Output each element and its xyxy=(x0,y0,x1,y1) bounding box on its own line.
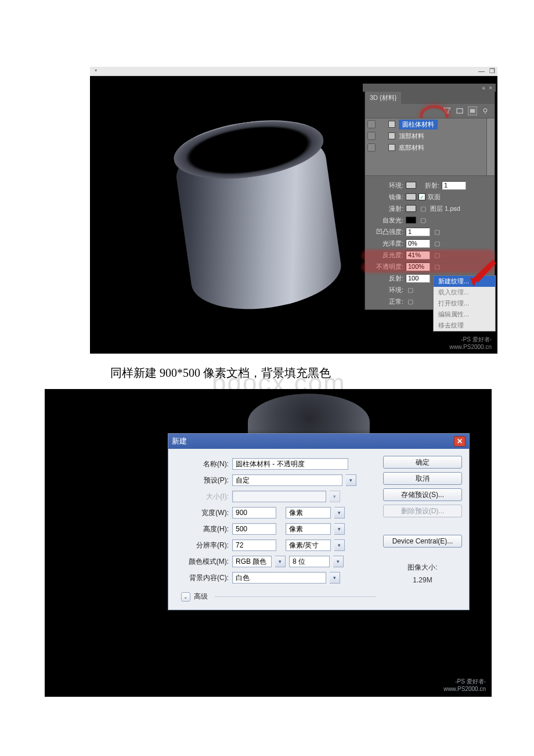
name-input[interactable]: 圆柱体材料 - 不透明度 xyxy=(232,458,348,470)
chevron-down-icon[interactable]: ▾ xyxy=(334,507,345,519)
chevron-down-icon: ▾ xyxy=(330,491,340,502)
visibility-icon[interactable] xyxy=(367,132,376,140)
panel-header-buttons: « × xyxy=(363,84,496,92)
delete-preset-button: 删除预设(D)... xyxy=(383,505,462,517)
chevron-down-icon[interactable]: ▾ xyxy=(334,539,345,551)
material-row-cylinder[interactable]: 圆柱体材料 xyxy=(365,118,495,130)
material-swatch-icon xyxy=(388,132,395,139)
selfillum-swatch[interactable] xyxy=(406,217,416,224)
row-resolution: 分辨率(R): 72 像素/英寸 ▾ xyxy=(175,537,376,553)
texture-menu-icon[interactable]: ▢ xyxy=(406,286,415,294)
screenshot-new-dialog: 新建 ✕ 名称(N): 圆柱体材料 - 不透明度 预设(P): 自定 ▾ 大小(… xyxy=(45,389,492,697)
height-unit-select[interactable]: 像素 xyxy=(286,523,331,535)
menu-open-texture[interactable]: 打开纹理... xyxy=(434,298,495,309)
window-controls: — ❐ xyxy=(478,67,495,75)
color-mode-select[interactable]: RGB 颜色 xyxy=(232,556,272,567)
minimize-button[interactable]: — xyxy=(478,67,485,75)
gloss-input[interactable]: 0% xyxy=(406,239,430,248)
background-select[interactable]: 白色 xyxy=(232,572,326,584)
chevron-down-icon[interactable]: ▾ xyxy=(275,556,286,567)
texture-menu-icon[interactable]: ▢ xyxy=(432,251,442,259)
chevron-down-icon[interactable]: ▾ xyxy=(330,572,340,584)
preset-select[interactable]: 自定 xyxy=(232,474,342,486)
new-document-dialog: 新建 ✕ 名称(N): 圆柱体材料 - 不透明度 预设(P): 自定 ▾ 大小(… xyxy=(168,433,470,610)
height-input[interactable]: 500 xyxy=(232,523,276,535)
texture-menu-icon[interactable]: ▢ xyxy=(418,204,428,213)
chevron-down-icon[interactable]: ▾ xyxy=(346,474,356,486)
filter-scene-icon[interactable] xyxy=(442,106,452,116)
visibility-icon[interactable] xyxy=(367,143,376,152)
watermark: -PS 爱好者- www.PS2000.cn xyxy=(449,336,492,350)
row-name: 名称(N): 圆柱体材料 - 不透明度 xyxy=(175,456,376,472)
texture-menu-icon[interactable]: ▢ xyxy=(432,262,442,271)
filter-material-icon[interactable] xyxy=(468,106,477,116)
opacity-input[interactable]: 100% xyxy=(406,262,430,271)
chevron-down-icon[interactable]: ▾ xyxy=(333,556,344,567)
material-row-top[interactable]: 顶部材料 xyxy=(365,130,495,142)
width-unit-select[interactable]: 像素 xyxy=(286,507,331,519)
row-opacity: 不透明度: 100% ▢ xyxy=(370,261,490,272)
dialog-title: 新建 xyxy=(172,436,187,447)
filter-mesh-icon[interactable] xyxy=(455,106,464,116)
reflectance-input[interactable]: 41% xyxy=(406,251,430,260)
ok-button[interactable]: 确定 xyxy=(383,456,462,469)
dialog-buttons: 确定 取消 存储预设(S)... 删除预设(D)... Device Centr… xyxy=(383,456,462,602)
cancel-button[interactable]: 取消 xyxy=(383,472,462,485)
image-size-info: 图像大小: 1.29M xyxy=(383,563,462,584)
label-height: 高度(H): xyxy=(175,524,229,534)
label-reflection: 反射: xyxy=(370,274,403,283)
scrollbar[interactable] xyxy=(486,118,495,175)
watermark: -PS 爱好者- www.PS2000.cn xyxy=(443,678,486,692)
texture-menu-icon[interactable]: ▢ xyxy=(418,216,428,224)
label-width: 宽度(W): xyxy=(175,508,229,518)
label-mirror: 镜像: xyxy=(370,193,403,201)
label-opacity: 不透明度: xyxy=(370,262,403,271)
menu-edit-props[interactable]: 编辑属性... xyxy=(434,309,495,320)
resolution-unit-select[interactable]: 像素/英寸 xyxy=(286,539,331,551)
row-environment: 环境: 折射: 1 xyxy=(370,179,490,191)
tab-3d-materials[interactable]: 3D {材料} xyxy=(365,92,401,104)
double-sided-checkbox[interactable]: ✓ xyxy=(418,193,425,200)
chevron-down-icon[interactable]: ▾ xyxy=(334,523,345,535)
panel-close-icon[interactable]: × xyxy=(489,85,492,91)
visibility-icon[interactable] xyxy=(367,120,376,128)
label-preset: 预设(P): xyxy=(164,476,229,485)
resolution-input[interactable]: 72 xyxy=(232,539,276,551)
watermark-line1: -PS 爱好者- xyxy=(443,678,486,686)
caption-text: 同样新建 900*500 像素文档，背景填充黑色 xyxy=(110,365,534,381)
material-row-bottom[interactable]: 底部材料 xyxy=(365,142,495,153)
texture-menu-icon[interactable]: ▢ xyxy=(406,297,415,305)
refraction-input[interactable]: 1 xyxy=(442,181,466,190)
label-bump: 凹凸强度: xyxy=(370,228,403,236)
close-button[interactable]: ✕ xyxy=(454,436,466,447)
filter-light-icon[interactable] xyxy=(481,106,490,116)
panel-toolbar xyxy=(365,104,495,118)
reflection-input[interactable]: 100 xyxy=(406,274,430,283)
canvas: « × 3D {材料} xyxy=(90,76,497,354)
bump-input[interactable]: 1 xyxy=(406,228,430,236)
row-reflectance: 反光度: 41% ▢ xyxy=(370,249,490,261)
bit-depth-select[interactable]: 8 位 xyxy=(289,556,330,567)
menu-load-texture[interactable]: 载入纹理... xyxy=(434,287,495,298)
menu-remove-texture[interactable]: 移去纹理 xyxy=(434,320,495,331)
save-preset-button[interactable]: 存储预设(S)... xyxy=(383,488,462,501)
material-label: 顶部材料 xyxy=(399,132,424,141)
row-advanced[interactable]: ⌄ 高级 xyxy=(181,592,376,602)
restore-button[interactable]: ❐ xyxy=(489,67,495,75)
menu-new-texture[interactable]: 新建纹理... xyxy=(434,276,495,287)
device-central-button[interactable]: Device Central(E)... xyxy=(383,535,462,548)
env-swatch[interactable] xyxy=(406,182,416,189)
label-reflectance: 反光度: xyxy=(370,251,403,260)
row-mirror: 镜像: ✓ 双面 xyxy=(370,191,490,203)
watermark-line2: www.PS2000.cn xyxy=(443,686,486,692)
image-size-value: 1.29M xyxy=(383,576,462,584)
diffuse-swatch[interactable] xyxy=(406,205,416,212)
width-input[interactable]: 900 xyxy=(232,507,276,519)
mirror-swatch[interactable] xyxy=(406,193,416,200)
label-normal: 正常: xyxy=(370,297,403,306)
panel-collapse-icon[interactable]: « xyxy=(482,85,486,91)
texture-menu-icon[interactable]: ▢ xyxy=(432,228,442,236)
row-size: 大小(I): ▾ xyxy=(175,488,376,505)
texture-menu-icon[interactable]: ▢ xyxy=(432,239,442,247)
expand-icon[interactable]: ⌄ xyxy=(181,592,190,602)
